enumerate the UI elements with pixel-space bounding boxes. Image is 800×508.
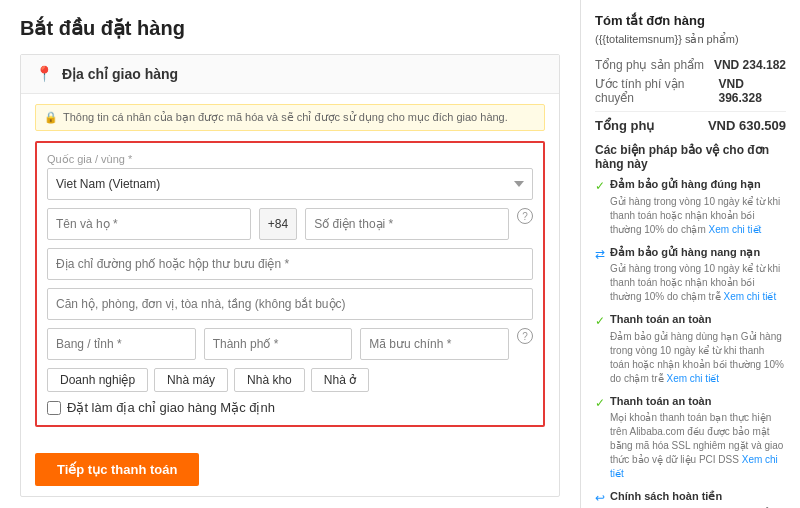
type-warehouse[interactable]: Nhà kho <box>234 368 305 392</box>
subtotal-value: VND 234.182 <box>714 58 786 72</box>
protection-title-3: Thanh toán an toàn <box>610 394 786 409</box>
country-label: Quốc gia / vùng * <box>47 153 533 166</box>
state-group <box>47 328 196 360</box>
default-address-label[interactable]: Đặt làm địa chỉ giao hàng Mặc định <box>67 400 275 415</box>
country-group: Quốc gia / vùng * Viet Nam (Vietnam) <box>47 153 533 200</box>
shipping-est-label: Ước tính phí vận chuyển <box>595 77 718 105</box>
shipping-section: 📍 Địa chỉ giao hàng 🔒 Thông tin cá nhân … <box>20 54 560 497</box>
info-notice: 🔒 Thông tin cá nhân của bạn được mã hóa … <box>35 104 545 131</box>
protection-item-3: ✓ Thanh toán an toàn Mọi khoản thanh toá… <box>595 394 786 481</box>
type-business[interactable]: Doanh nghiệp <box>47 368 148 392</box>
protection-title-0: Đảm bảo gửi hàng đúng hạn <box>610 177 786 192</box>
city-group <box>204 328 353 360</box>
sidebar: Tóm tắt đơn hàng ({{totalitemsnum}} sản … <box>580 0 800 508</box>
subtotal-row: Tổng phụ sản phẩm VND 234.182 <box>595 58 786 72</box>
shipping-row: Ước tính phí vận chuyển VND 396.328 <box>595 77 786 105</box>
protection-item-1: ⇄ Đảm bảo gửi hàng nang nạn Gửi hàng tro… <box>595 245 786 304</box>
address-form: Quốc gia / vùng * Viet Nam (Vietnam) <box>35 141 545 427</box>
notice-text: Thông tin cá nhân của bạn được mã hóa và… <box>63 111 508 124</box>
country-select-wrapper: Viet Nam (Vietnam) <box>47 168 533 200</box>
protection-icon-3: ✓ <box>595 395 605 412</box>
country-row: Quốc gia / vùng * Viet Nam (Vietnam) <box>47 153 533 200</box>
protection-item-2: ✓ Thanh toán an toàn Đảm bảo gửi hàng dù… <box>595 312 786 385</box>
protection-title-2: Thanh toán an toàn <box>610 312 786 327</box>
address-input[interactable] <box>47 248 533 280</box>
protection-icon-2: ✓ <box>595 313 605 330</box>
city-input[interactable] <box>204 328 353 360</box>
protection-item-4: ↩ Chính sách hoàn tiền Yêu cầu hoàn tiền… <box>595 489 786 508</box>
xem-chi-tiet-0[interactable]: Xem chi tiết <box>709 224 762 235</box>
apt-row <box>47 288 533 320</box>
address-row <box>47 248 533 280</box>
protection-title: Các biện pháp bảo vệ cho đơn hàng này <box>595 143 786 171</box>
total-value: VND 630.509 <box>708 118 786 133</box>
location-icon: 📍 <box>35 65 54 83</box>
type-factory[interactable]: Nhà máy <box>154 368 228 392</box>
shipping-section-title: Địa chỉ giao hàng <box>62 66 178 82</box>
phone-input[interactable] <box>305 208 509 240</box>
protection-icon-4: ↩ <box>595 490 605 507</box>
name-group <box>47 208 251 240</box>
state-input[interactable] <box>47 328 196 360</box>
shipping-est-value: VND 396.328 <box>718 77 786 105</box>
subtotal-label: Tổng phụ sản phẩm <box>595 58 704 72</box>
type-home[interactable]: Nhà ở <box>311 368 369 392</box>
page-title: Bắt đầu đặt hàng <box>20 16 560 40</box>
name-phone-row: +84 ? <box>47 208 533 240</box>
protection-icon-1: ⇄ <box>595 246 605 263</box>
protection-title-4: Chính sách hoàn tiền <box>610 489 786 504</box>
address-group <box>47 248 533 280</box>
building-type-row: Doanh nghiệp Nhà máy Nhà kho Nhà ở <box>47 368 533 392</box>
continue-btn-wrapper: Tiếp tục thanh toán <box>35 439 545 486</box>
protection-desc-0: Gửi hàng trong vòng 10 ngày kể từ khi th… <box>610 195 786 237</box>
postal-group <box>360 328 509 360</box>
apt-input[interactable] <box>47 288 533 320</box>
state-city-postal-row: ? <box>47 328 533 360</box>
protection-icon-0: ✓ <box>595 178 605 195</box>
total-label: Tổng phụ <box>595 118 654 133</box>
shipping-section-body: 🔒 Thông tin cá nhân của bạn được mã hóa … <box>21 94 559 496</box>
phone-help-icon[interactable]: ? <box>517 208 533 224</box>
lock-icon: 🔒 <box>44 111 58 124</box>
xem-chi-tiet-3[interactable]: Xem chi tiết <box>610 454 778 479</box>
xem-chi-tiet-2[interactable]: Xem chi tiết <box>666 373 719 384</box>
name-input[interactable] <box>47 208 251 240</box>
protection-desc-3: Mọi khoản thanh toán bạn thực hiện trên … <box>610 411 786 481</box>
protection-desc-2: Đảm bảo gửi hàng dùng hạn Gửi hàng trong… <box>610 330 786 386</box>
postal-help-icon[interactable]: ? <box>517 328 533 344</box>
total-row: Tổng phụ VND 630.509 <box>595 111 786 133</box>
apt-group <box>47 288 533 320</box>
protection-title-1: Đảm bảo gửi hàng nang nạn <box>610 245 786 260</box>
country-select[interactable]: Viet Nam (Vietnam) <box>47 168 533 200</box>
sidebar-title: Tóm tắt đơn hàng ({{totalitemsnum}} sản … <box>595 12 786 48</box>
default-address-row: Đặt làm địa chỉ giao hàng Mặc định <box>47 400 533 415</box>
phone-group <box>305 208 509 240</box>
phone-prefix: +84 <box>259 208 297 240</box>
protection-item-0: ✓ Đảm bảo gửi hàng đúng hạn Gửi hàng tro… <box>595 177 786 236</box>
protection-desc-1: Gửi hàng trong vòng 10 ngày kể từ khi th… <box>610 262 786 304</box>
xem-chi-tiet-1[interactable]: Xem chi tiết <box>724 291 777 302</box>
default-address-checkbox[interactable] <box>47 401 61 415</box>
continue-button[interactable]: Tiếp tục thanh toán <box>35 453 199 486</box>
shipping-section-header: 📍 Địa chỉ giao hàng <box>21 55 559 94</box>
postal-input[interactable] <box>360 328 509 360</box>
